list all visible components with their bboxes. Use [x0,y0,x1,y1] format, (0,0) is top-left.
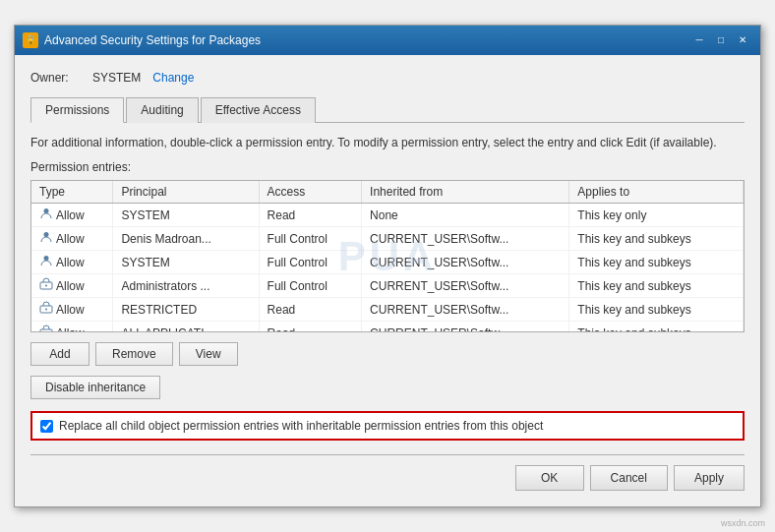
remove-button[interactable]: Remove [95,342,173,366]
user-icon [39,207,53,223]
cell-inherited: None [362,204,569,227]
cell-type: Allow [31,251,113,274]
window-title: Advanced Security Settings for Packages [44,33,261,47]
cell-type: Allow [31,227,113,251]
cancel-button[interactable]: Cancel [590,465,668,491]
title-bar-left: 🔒 Advanced Security Settings for Package… [23,32,261,48]
table-row[interactable]: Allow ALL APPLICATI... Read CURRENT_USER… [31,322,744,333]
cell-applies: This key and subkeys [569,322,744,333]
col-header-principal: Principal [113,181,259,204]
table-row[interactable]: Allow Administrators ... Full Control CU… [31,274,744,298]
window-icon: 🔒 [23,32,38,48]
cell-applies: This key and subkeys [569,298,744,322]
ok-button[interactable]: OK [515,465,584,491]
cell-inherited: CURRENT_USER\Softw... [362,298,569,322]
permissions-table: Type Principal Access Inherited from App… [31,181,744,332]
owner-label: Owner: [30,71,85,85]
minimize-button[interactable]: ─ [689,31,709,49]
cell-principal: ALL APPLICATI... [113,322,259,333]
cell-access: Full Control [259,227,362,251]
title-bar-controls: ─ □ ✕ [689,31,752,49]
svg-point-4 [45,285,47,287]
cell-type: Allow [31,274,113,298]
replace-permissions-checkbox-row: Replace all child object permission entr… [30,411,745,441]
cell-applies: This key and subkeys [569,227,744,251]
cell-access: Read [259,298,362,322]
cell-principal: SYSTEM [113,251,259,274]
title-bar: 🔒 Advanced Security Settings for Package… [15,26,760,55]
svg-rect-7 [40,329,52,332]
group-icon [39,325,53,332]
svg-point-8 [45,332,47,333]
section-label: Permission entries: [30,160,745,174]
svg-point-6 [45,309,47,311]
add-button[interactable]: Add [30,342,89,366]
maximize-button[interactable]: □ [711,31,731,49]
cell-inherited: CURRENT_USER\Softw... [362,227,569,251]
cell-applies: This key and subkeys [569,274,744,298]
cell-inherited: CURRENT_USER\Softw... [362,322,569,333]
view-button[interactable]: View [179,342,238,366]
col-header-access: Access [259,181,362,204]
cell-type: Allow [31,298,113,322]
cell-type: Allow [31,204,113,227]
table-row[interactable]: Allow SYSTEM Read None This key only [31,204,744,227]
group-icon [39,301,53,318]
page-watermark: wsxdn.com [721,518,765,528]
main-window: 🔒 Advanced Security Settings for Package… [14,25,761,508]
tabs-container: Permissions Auditing Effective Access [30,96,745,123]
user-icon [39,254,53,270]
table-row[interactable]: Allow SYSTEM Full Control CURRENT_USER\S… [31,251,744,274]
group-icon [39,277,53,294]
footer-buttons: OK Cancel Apply [30,454,745,491]
replace-permissions-checkbox[interactable] [40,420,53,433]
cell-inherited: CURRENT_USER\Softw... [362,251,569,274]
action-buttons-row: Add Remove View [30,342,745,366]
cell-access: Full Control [259,274,362,298]
svg-point-2 [44,256,49,261]
tab-auditing[interactable]: Auditing [126,97,198,123]
owner-change-link[interactable]: Change [152,71,194,85]
svg-point-0 [44,208,49,213]
replace-permissions-label: Replace all child object permission entr… [59,419,543,433]
svg-point-1 [44,232,49,237]
col-header-applies: Applies to [569,181,744,204]
table-header-row: Type Principal Access Inherited from App… [31,181,744,204]
window-content: Owner: SYSTEM Change Permissions Auditin… [15,55,760,507]
cell-access: Read [259,322,362,333]
owner-value: SYSTEM [92,71,141,85]
owner-row: Owner: SYSTEM Change [30,71,745,85]
cell-principal: Administrators ... [113,274,259,298]
cell-access: Read [259,204,362,227]
col-header-type: Type [31,181,113,204]
cell-access: Full Control [259,251,362,274]
user-icon [39,230,53,247]
disable-inheritance-button[interactable]: Disable inheritance [30,376,160,399]
close-button[interactable]: ✕ [733,31,752,49]
col-header-inherited: Inherited from [362,181,569,204]
info-text: For additional information, double-click… [30,135,745,151]
cell-applies: This key only [569,204,744,227]
cell-type: Allow [31,322,113,333]
tab-permissions[interactable]: Permissions [30,97,124,123]
apply-button[interactable]: Apply [674,465,745,491]
cell-principal: RESTRICTED [113,298,259,322]
cell-principal: SYSTEM [113,204,259,227]
cell-inherited: CURRENT_USER\Softw... [362,274,569,298]
permissions-table-container: PUA Type Principal Access Inherited from… [30,180,745,332]
cell-applies: This key and subkeys [569,251,744,274]
table-row[interactable]: Allow Denis Madroan... Full Control CURR… [31,227,744,251]
cell-principal: Denis Madroan... [113,227,259,251]
tab-effective-access[interactable]: Effective Access [201,97,316,123]
table-row[interactable]: Allow RESTRICTED Read CURRENT_USER\Softw… [31,298,744,322]
